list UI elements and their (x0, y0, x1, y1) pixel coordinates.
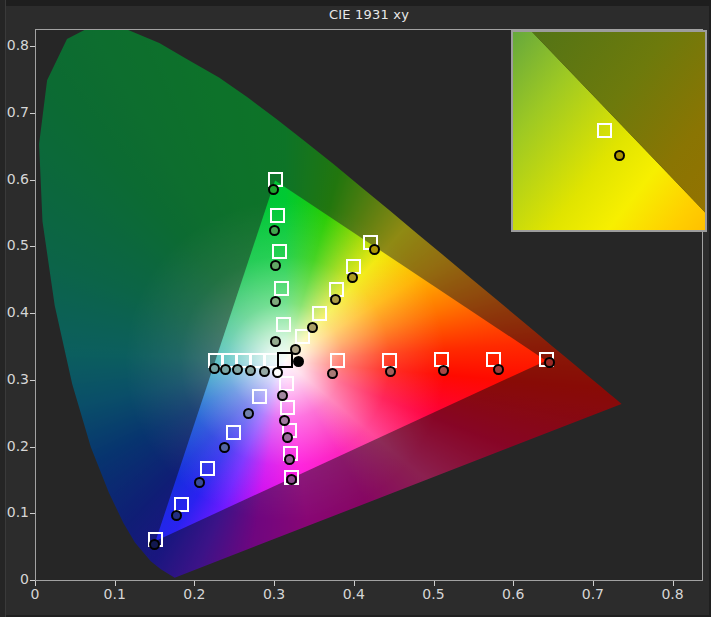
blue-target-square-40 (226, 425, 241, 440)
magenta-target-square-40 (280, 400, 295, 415)
y-tick (30, 313, 35, 314)
magenta-measured-circle-100 (286, 474, 297, 485)
blue-measured-circle-40 (219, 442, 230, 453)
y-tick (30, 513, 35, 514)
y-tick (30, 447, 35, 448)
cyan-measured-circle-80 (220, 364, 231, 375)
magenta-measured-circle-40 (279, 415, 290, 426)
white-point-target-square (277, 352, 293, 368)
red-measured-circle-80 (493, 364, 504, 375)
blue-target-square-20 (252, 389, 267, 404)
reference-black-circle (293, 356, 304, 367)
yellow-measured-circle-20 (290, 344, 301, 355)
yellow-measured-circle-100 (369, 244, 380, 255)
red-measured-circle-60 (438, 365, 449, 376)
inset-target-square (597, 123, 612, 138)
blue-measured-circle-80 (171, 510, 182, 521)
y-tick-label: 0.7 (0, 104, 29, 120)
red-measured-circle-100 (544, 357, 555, 368)
red-measured-circle-20 (327, 368, 338, 379)
y-tick-label: 0.8 (0, 37, 29, 53)
chart-title: CIE 1931 xy (35, 7, 703, 22)
red-measured-circle-40 (385, 366, 396, 377)
green-target-square-60 (272, 244, 287, 259)
y-tick-label: 0.4 (0, 304, 29, 320)
magenta-measured-circle-20 (277, 390, 288, 401)
green-target-square-40 (274, 281, 289, 296)
green-measured-circle-20 (270, 336, 281, 347)
white-point-measured-circle (272, 367, 283, 378)
yellow-measured-circle-80 (347, 272, 358, 283)
y-tick (30, 580, 35, 581)
green-measured-circle-40 (270, 296, 281, 307)
y-tick-label: 0.2 (0, 438, 29, 454)
y-tick-label: 0.3 (0, 371, 29, 387)
magenta-target-square-20 (279, 376, 294, 391)
yellow-target-square-20 (295, 329, 310, 344)
y-tick-label: 0 (0, 571, 29, 587)
yellow-measured-circle-40 (307, 322, 318, 333)
y-tick-label: 0.6 (0, 171, 29, 187)
y-tick-label: 0.1 (0, 504, 29, 520)
blue-measured-circle-60 (194, 477, 205, 488)
cyan-measured-circle-20 (259, 366, 270, 377)
y-tick (30, 46, 35, 47)
window-top-frame (0, 0, 711, 6)
green-target-square-80 (270, 208, 285, 223)
green-measured-circle-80 (269, 225, 280, 236)
y-tick-label: 0.5 (0, 237, 29, 253)
x-tick-label: 0.4 (332, 586, 376, 602)
zoom-inset-panel (511, 30, 707, 232)
x-tick-label: 0.6 (491, 586, 535, 602)
green-measured-circle-60 (270, 260, 281, 271)
blue-measured-circle-100 (149, 539, 160, 550)
x-tick-label: 0.1 (93, 586, 137, 602)
cie-chart-window: CIE 1931 xy 00.10.20.30.40.50.60.70.8 00… (0, 0, 711, 617)
magenta-measured-circle-60 (282, 432, 293, 443)
red-target-square-20 (330, 353, 345, 368)
x-tick-label: 0.5 (412, 586, 456, 602)
y-tick (30, 113, 35, 114)
x-tick-label: 0.8 (651, 586, 695, 602)
cyan-measured-circle-60 (232, 364, 243, 375)
blue-target-square-60 (200, 461, 215, 476)
blue-measured-circle-20 (243, 408, 254, 419)
green-target-square-20 (276, 317, 291, 332)
x-tick-label: 0.3 (252, 586, 296, 602)
y-tick (30, 180, 35, 181)
x-tick-label: 0.2 (172, 586, 216, 602)
y-tick (30, 246, 35, 247)
x-tick-label: 0 (13, 586, 57, 602)
cyan-measured-circle-100 (209, 363, 220, 374)
yellow-measured-circle-60 (330, 294, 341, 305)
y-tick (30, 380, 35, 381)
cyan-measured-circle-40 (245, 365, 256, 376)
x-tick-label: 0.7 (571, 586, 615, 602)
green-measured-circle-100 (268, 184, 279, 195)
yellow-target-square-40 (312, 306, 327, 321)
magenta-measured-circle-80 (284, 454, 295, 465)
